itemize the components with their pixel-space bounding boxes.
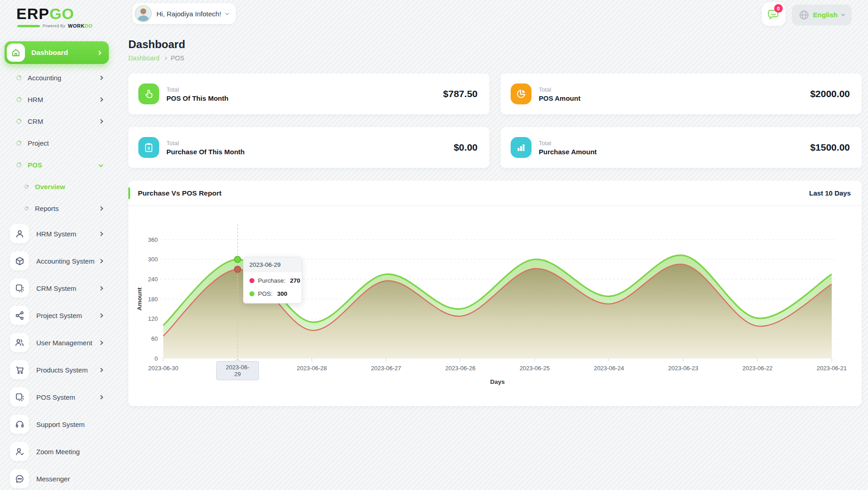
header-accent-bar [128,187,130,199]
y-tick-label: 180 [148,296,158,303]
sidebar-item-dashboard[interactable]: Dashboard [5,41,109,64]
tooltip-row-pos: POS:300 [244,287,302,300]
logo-underline-bar [17,25,40,27]
stat-label: Total [539,86,810,93]
logo-go: GO [49,5,74,22]
x-tick-label: 2023-06-27 [371,365,401,372]
chat-icon [10,469,29,488]
sidebar-item-accounting[interactable]: Accounting [5,67,109,88]
sidebar-item-project[interactable]: Project [5,132,109,154]
sidebar-item-reports[interactable]: Reports [5,197,109,219]
logo-erp: ERP [16,5,49,22]
cards-icon [10,387,29,407]
x-axis-title: Days [490,378,505,385]
sidebar-item-label: POS System [36,393,99,401]
tooltip-series-value: 300 [277,290,288,297]
stat-value: $2000.00 [810,88,850,99]
chevron-right-icon [97,50,102,55]
sidebar-item-overview[interactable]: Overview [5,176,109,197]
purchase-vs-pos-card: Purchase Vs POS Report Last 10 Days 0601… [128,181,862,406]
highlighted-x-label: 2023-06-29 [216,361,259,380]
sidebar-item-hrm[interactable]: HRM [5,88,109,110]
avatar [135,5,152,22]
logo-subline: Powered By WORKDO [17,23,109,29]
logo-text: ERPGO [16,5,109,22]
pos-marker-dot [234,256,241,263]
home-icon [7,44,25,62]
language-selector[interactable]: English [792,5,852,25]
sidebar-item-messenger[interactable]: Messenger [5,466,109,490]
bullet-icon [15,118,22,125]
x-tick-label: 2023-06-24 [594,365,624,372]
sidebar-item-label: Zoom Meeting [36,448,102,456]
chevron-right-icon [99,368,103,372]
x-tick-label: 2023-06-28 [297,365,327,372]
stat-label: Total [166,140,454,147]
powered-by-text: Powered By [43,24,65,28]
sidebar-item-support-system[interactable]: Support System [5,412,109,437]
stat-label: Total [166,86,443,93]
powered-brand: WORKDO [68,23,93,29]
chevron-down-icon [225,11,229,15]
breadcrumb-current: POS [171,54,185,62]
sidebar-item-user-management[interactable]: User Management [5,330,109,355]
chevron-right-icon [99,97,103,102]
sidebar-item-label: HRM [28,96,99,103]
sidebar-item-label: CRM System [36,284,99,292]
chart-body: 0601201802403003602023-06-302023-06-2820… [128,206,862,406]
chevron-right-icon [99,231,103,236]
tooltip-series-label: Purchase: [258,277,286,284]
message-count-badge: 0 [774,4,783,13]
sidebar-item-label: Accounting [28,74,99,82]
messages-button[interactable]: 0 [762,2,785,26]
sidebar-nav: DashboardAccountingHRMCRMProjectPOSOverv… [5,41,109,490]
chevron-right-icon [99,75,103,80]
tooltip-date: 2023-06-29 [244,257,302,272]
bars-icon [511,137,532,158]
sidebar-item-pos-system[interactable]: POS System [5,384,109,410]
clipboard-icon: $ [138,137,159,158]
cube-icon [10,251,29,270]
globe-icon [799,10,809,20]
sidebar-item-label: CRM [28,118,99,125]
user-menu-button[interactable]: Hi, Rajodiya Infotech! [132,3,236,24]
chart-range-label: Last 10 Days [809,189,851,197]
chevron-down-icon [99,162,103,167]
bullet-icon [15,96,22,103]
stat-cards: TotalPOS Of This Month$787.50TotalPOS Am… [128,74,862,168]
x-tick-label: 2023-06-25 [520,365,550,372]
sidebar-item-project-system[interactable]: Project System [5,303,109,328]
sidebar-item-label: User Management [36,339,99,347]
stat-value: $1500.00 [810,142,850,153]
sidebar-item-label: Messenger [36,475,102,483]
sidebar-item-crm-system[interactable]: CRM System [5,275,109,301]
sidebar-item-crm[interactable]: CRM [5,110,109,132]
sidebar-item-pos[interactable]: POS [5,154,109,176]
page-title: Dashboard [128,38,862,51]
bullet-icon [24,206,29,211]
chevron-right-icon [99,395,103,399]
sidebar-item-accounting-system[interactable]: Accounting System [5,248,109,274]
stat-card-purchase-of-this-month: $TotalPurchase Of This Month$0.00 [128,127,489,168]
chart-title: Purchase Vs POS Report [138,189,221,197]
pie-icon [511,83,532,104]
app-logo[interactable]: ERPGO Powered By WORKDO [16,5,109,29]
sidebar-item-label: Project [28,139,102,147]
stat-title: POS Amount [539,94,810,102]
sidebar-item-label: Project System [36,312,99,319]
series-dot-icon [249,278,254,283]
sidebar-item-hrm-system[interactable]: HRM System [5,221,109,246]
highlight-date: 2023-06-29 [226,364,249,377]
user-check-icon [10,442,29,461]
breadcrumb-dashboard-link[interactable]: Dashboard [128,54,160,62]
stat-label: Total [539,140,810,147]
x-tick-label: 2023-06-30 [148,365,179,372]
sidebar-item-products-system[interactable]: Products System [5,357,109,382]
x-tick-label: 2023-06-26 [445,365,476,372]
y-tick-label: 120 [148,315,158,322]
x-tick-label: 2023-06-23 [668,365,698,372]
sidebar-item-label: Products System [36,366,99,374]
y-tick-label: 300 [148,256,158,263]
svg-text:$: $ [147,146,150,151]
sidebar-item-zoom-meeting[interactable]: Zoom Meeting [5,439,109,464]
